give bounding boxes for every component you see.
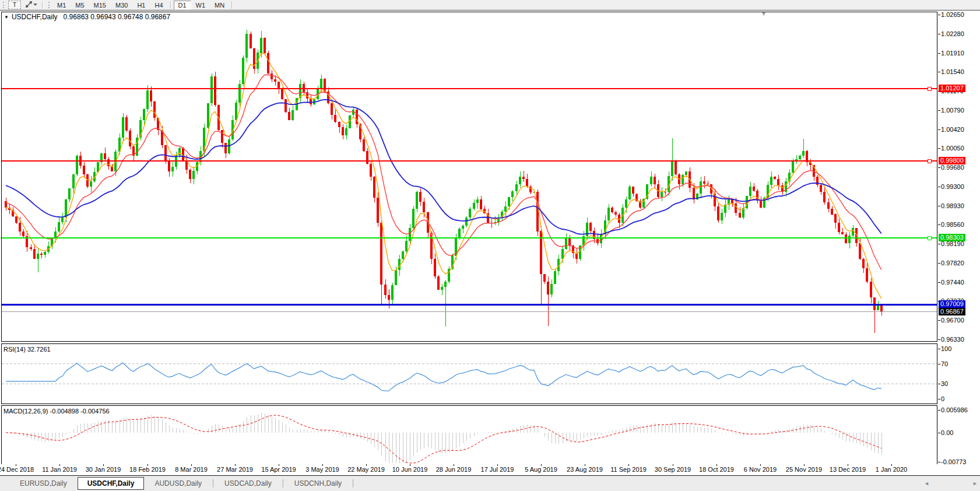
price-tick [938,129,940,130]
price-tick [938,187,940,187]
chart-tabs-bar: EURUSD,DailyUSDCHF,DailyAUDUSD,DailyUSDC… [0,475,980,491]
price-tick-label: 0.97820 [941,259,964,266]
price-tick-label: 1.02650 [941,11,964,18]
price-line-label-support-line-blue: 0.97009 [939,300,965,308]
text-label-tool-button[interactable]: T [8,1,21,9]
timeframe-button-m5[interactable]: M5 [71,1,89,10]
macd-chart[interactable] [2,406,937,464]
price-tick [938,339,940,340]
chart-shift-marker[interactable]: ▼ [761,10,767,17]
chart-title: ▼USDCHF,Daily0.96863 0.96943 0.96748 0.9… [4,13,170,21]
macd-level-label: 0.00 [941,429,953,436]
price-tick-label: 1.00050 [941,145,964,152]
timeframe-button-h1[interactable]: H1 [132,1,150,10]
toolbar-separator [170,1,171,9]
toolbar-separator [42,1,43,9]
price-tick [938,53,940,54]
timeframe-button-m15[interactable]: M15 [89,1,111,10]
tab-usdcad-daily[interactable]: USDCAD,Daily [214,478,282,489]
rsi-tick [938,364,940,364]
tabs-scroll-right-icon[interactable]: ► [972,481,978,486]
toolbar: T M1M5M15M30H1H4D1W1MN [0,0,980,10]
rsi-pane[interactable] [1,343,937,404]
tab-usdcnh-daily[interactable]: USDCNH,Daily [284,478,352,489]
price-tick-label: 1.00790 [941,107,964,114]
macd-pane[interactable] [1,405,937,465]
macd-level-label: 0.005986 [941,406,968,413]
price-tick-label: 0.99300 [941,183,964,190]
toolbar-drag-handle[interactable] [48,2,50,8]
rsi-indicator-label: RSI(14) 32.7261 [3,346,51,353]
cursor-arrows-icon [24,1,38,10]
rsi-level-label: 30 [941,380,948,387]
timeframe-button-h4[interactable]: H4 [150,1,167,10]
cursor-tools-dropdown-button[interactable] [24,1,38,9]
price-tick-label: 1.02280 [941,30,964,37]
price-tick-label: 1.01910 [941,50,964,57]
price-tick-label: 0.98560 [941,221,964,228]
timeframe-button-mn[interactable]: MN [210,1,229,10]
macd-tick [938,433,940,433]
trading-platform-window: T M1M5M15M30H1H4D1W1MN ▼USDCHF,Daily0.96… [0,0,980,491]
tabs-scroll-left-icon[interactable]: ◄ [924,481,929,486]
price-line-label-resistance-line-upper: 1.01207 [939,85,965,92]
chart-dropdown-icon[interactable]: ▼ [4,15,9,20]
price-pane[interactable] [1,12,937,342]
price-tick-label: 0.99680 [941,164,964,171]
time-label: 1 Jan 2020 [863,466,919,473]
price-tick [938,167,940,168]
tab-divider [353,479,353,488]
macd-tick [938,410,940,411]
tab-usdchf-daily[interactable]: USDCHF,Daily [78,477,145,490]
toolbar-drag-handle[interactable] [3,2,4,8]
rsi-tick [938,399,940,399]
toolbar-separator [231,1,233,9]
rsi-tick [938,349,940,349]
rsi-chart[interactable] [2,344,937,404]
price-tick [938,110,940,111]
tab-eurusd-daily[interactable]: EURUSD,Daily [9,478,78,489]
price-tick [938,244,940,244]
price-tick-label: 0.96330 [941,336,964,343]
price-line-label-support-line-green: 0.98303 [939,234,965,241]
rsi-level-label: 70 [941,360,948,367]
price-tick [938,34,940,34]
chart-window: ▼USDCHF,Daily0.96863 0.96943 0.96748 0.9… [0,10,980,464]
price-tick [938,320,940,321]
price-tick [938,225,940,225]
price-tick-label: 1.00420 [941,126,964,133]
chart-ohlc-values: 0.96863 0.96943 0.96748 0.96867 [64,13,171,21]
price-tick-label: 0.97440 [941,279,964,286]
timeframe-button-m30[interactable]: M30 [111,1,132,10]
timeframe-button-w1[interactable]: W1 [191,1,210,10]
rsi-tick [938,384,940,384]
price-tick [938,15,940,15]
timeframe-button-m1[interactable]: M1 [52,1,71,10]
rsi-level-label: 100 [941,345,951,352]
time-axis[interactable]: 24 Dec 201811 Jan 201930 Jan 201918 Feb … [0,464,980,475]
rsi-level-label: 0 [941,395,944,402]
timeframe-button-d1[interactable]: D1 [174,1,191,10]
price-tick [938,263,940,264]
macd-tick [938,462,940,462]
price-tick-label: 0.96700 [941,317,964,324]
price-tick [938,72,940,72]
price-tick-label: 0.98930 [941,202,964,209]
price-tick [938,206,940,206]
price-line-label-resistance-line-lower: 0.99800 [939,157,965,164]
tab-audusd-daily[interactable]: AUDUSD,Daily [144,478,212,489]
price-tick-label: 1.01540 [941,68,964,75]
macd-indicator-label: MACD(12,26,9) -0.004898 -0.004756 [3,408,110,415]
price-tick [938,282,940,283]
candlestick-chart[interactable] [2,12,937,341]
tab-divider [283,479,283,488]
price-tick [938,148,940,149]
current-price-label: 0.96867 [939,308,965,315]
tab-divider [213,479,213,488]
chart-symbol-period: USDCHF,Daily [12,13,58,21]
